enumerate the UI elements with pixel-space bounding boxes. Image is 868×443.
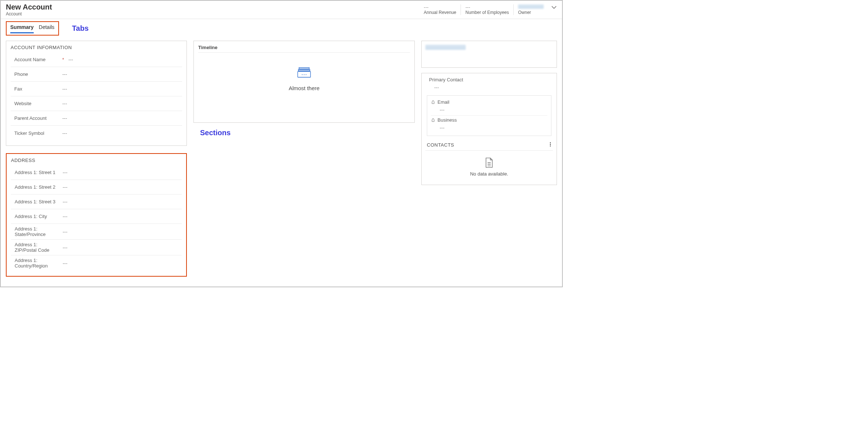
more-vertical-icon xyxy=(548,142,553,147)
primary-contact-value[interactable]: --- xyxy=(425,82,553,94)
field-address-street2[interactable]: Address 1: Street 2 --- xyxy=(11,180,182,195)
chevron-down-icon xyxy=(551,4,557,10)
header-field-value: --- xyxy=(465,4,509,10)
timeline-empty-state: Almost there xyxy=(198,64,410,91)
header-expand-button[interactable] xyxy=(548,4,557,10)
svg-point-4 xyxy=(550,142,551,143)
field-address-street1[interactable]: Address 1: Street 1 --- xyxy=(11,165,182,180)
section-address: ADDRESS Address 1: Street 1 --- Address … xyxy=(6,153,187,277)
svg-point-5 xyxy=(550,144,551,145)
header-field-label: Owner xyxy=(518,10,544,15)
field-label: Parent Account xyxy=(11,115,60,121)
tab-details[interactable]: Details xyxy=(39,23,55,33)
header-field-label: Annual Revenue xyxy=(424,10,457,15)
annotation-tabs: Tabs xyxy=(72,24,89,33)
header-field-value: --- xyxy=(424,4,457,10)
field-value: --- xyxy=(60,184,67,190)
field-phone[interactable]: Phone --- xyxy=(11,67,182,82)
field-label: Address 1: ZIP/Postal Code xyxy=(11,242,60,253)
header-field-annual-revenue[interactable]: --- Annual Revenue xyxy=(420,4,461,15)
field-value: --- xyxy=(60,199,67,204)
svg-point-1 xyxy=(302,74,303,75)
header-field-label: Number of Employees xyxy=(465,10,509,15)
form-header: New Account Account --- Annual Revenue -… xyxy=(1,1,562,19)
lock-icon xyxy=(431,100,435,104)
header-right: --- Annual Revenue --- Number of Employe… xyxy=(420,3,557,15)
field-label: Address 1: Street 2 xyxy=(11,184,60,190)
section-title: ADDRESS xyxy=(11,158,182,163)
header-field-value xyxy=(518,4,544,10)
field-address-country[interactable]: Address 1: Country/Region --- xyxy=(11,255,182,271)
contacts-empty-message: No data available. xyxy=(470,171,508,177)
redacted-text xyxy=(425,45,466,50)
locked-label: Business xyxy=(437,117,457,123)
header-field-num-employees[interactable]: --- Number of Employees xyxy=(461,4,513,15)
field-value: --- xyxy=(60,115,67,121)
field-value: --- xyxy=(60,101,67,106)
field-value: --- xyxy=(66,57,73,62)
field-label: Address 1: State/Province xyxy=(11,226,60,237)
header-left: New Account Account xyxy=(6,3,52,16)
header-field-owner[interactable]: Owner xyxy=(513,4,548,15)
locked-email-value: --- xyxy=(431,105,547,114)
timeline-empty-message: Almost there xyxy=(289,85,320,91)
field-address-zip[interactable]: Address 1: ZIP/Postal Code --- xyxy=(11,240,182,255)
tabs-highlight-box: Summary Details xyxy=(6,21,59,36)
section-title: ACCOUNT INFORMATION xyxy=(11,45,182,50)
section-timeline: Timeline Almost there xyxy=(193,41,415,123)
field-value: --- xyxy=(60,130,67,136)
primary-contact-label: Primary Contact xyxy=(425,77,553,82)
section-title: Timeline xyxy=(198,45,410,53)
lock-icon xyxy=(431,118,435,122)
locked-contact-details: Email --- Business --- xyxy=(427,95,551,136)
field-value: --- xyxy=(60,86,67,92)
field-value: --- xyxy=(60,71,67,77)
field-ticker-symbol[interactable]: Ticker Symbol --- xyxy=(11,126,182,140)
field-value: --- xyxy=(60,170,67,175)
middle-column: Timeline Almost there Sections xyxy=(193,41,415,137)
locked-label: Email xyxy=(437,99,450,105)
field-value: --- xyxy=(60,245,67,250)
owner-placeholder xyxy=(518,4,544,9)
contacts-more-button[interactable] xyxy=(548,142,553,148)
tab-row: Summary Details Tabs xyxy=(1,19,562,36)
contacts-header: CONTACTS xyxy=(425,138,553,151)
contacts-empty-state: No data available. xyxy=(425,151,553,180)
field-fax[interactable]: Fax --- xyxy=(11,82,182,96)
svg-point-3 xyxy=(306,74,306,75)
field-label: Account Name xyxy=(11,57,60,62)
field-label: Address 1: City xyxy=(11,214,60,219)
folder-stack-icon xyxy=(296,64,312,79)
field-value: --- xyxy=(60,214,67,219)
field-address-street3[interactable]: Address 1: Street 3 --- xyxy=(11,195,182,209)
locked-email-row: Email xyxy=(431,98,547,105)
document-icon xyxy=(484,157,494,168)
field-address-state[interactable]: Address 1: State/Province --- xyxy=(11,224,182,240)
left-column: ACCOUNT INFORMATION Account Name * --- P… xyxy=(6,41,187,277)
field-label: Website xyxy=(11,101,60,106)
field-label: Address 1: Country/Region xyxy=(11,258,60,269)
main-grid: ACCOUNT INFORMATION Account Name * --- P… xyxy=(1,36,562,277)
field-value: --- xyxy=(60,261,67,266)
entity-name: Account xyxy=(6,11,52,16)
svg-point-2 xyxy=(304,74,304,75)
field-label: Address 1: Street 3 xyxy=(11,199,60,204)
locked-business-value: --- xyxy=(431,123,547,132)
field-label: Phone xyxy=(11,71,60,77)
right-column: Primary Contact --- Email --- Business -… xyxy=(421,41,557,185)
locked-business-row: Business xyxy=(431,116,547,123)
section-account-information: ACCOUNT INFORMATION Account Name * --- P… xyxy=(6,41,187,146)
field-account-name[interactable]: Account Name * --- xyxy=(11,52,182,67)
annotation-sections: Sections xyxy=(193,129,415,137)
required-indicator: * xyxy=(60,57,66,62)
tab-summary[interactable]: Summary xyxy=(10,23,34,33)
page-title: New Account xyxy=(6,3,52,11)
field-address-city[interactable]: Address 1: City --- xyxy=(11,209,182,224)
field-parent-account[interactable]: Parent Account --- xyxy=(11,111,182,126)
field-value: --- xyxy=(60,229,67,235)
contacts-title: CONTACTS xyxy=(427,142,454,148)
field-website[interactable]: Website --- xyxy=(11,96,182,111)
field-label: Fax xyxy=(11,86,60,92)
svg-point-6 xyxy=(550,145,551,146)
field-label: Ticker Symbol xyxy=(11,130,60,136)
